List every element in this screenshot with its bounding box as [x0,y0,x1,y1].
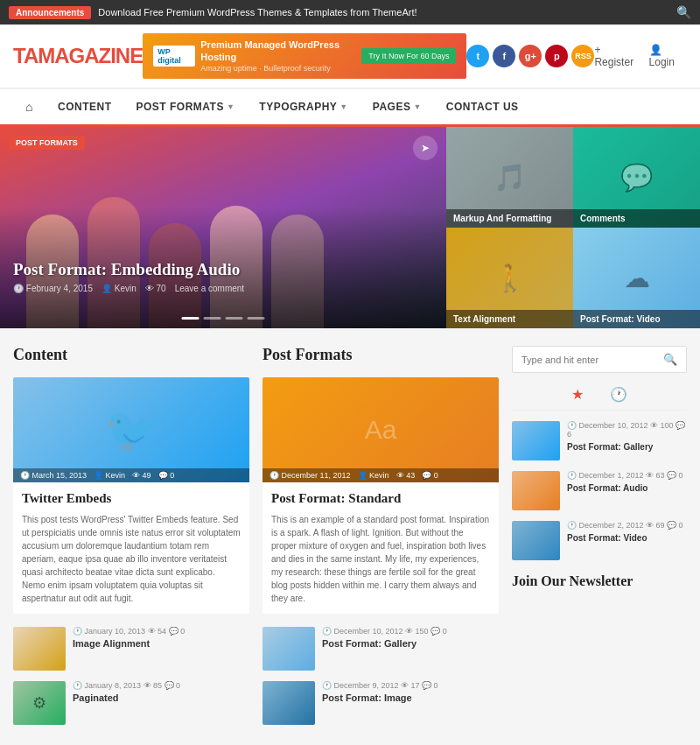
dot-1[interactable] [182,317,200,320]
featured-post-body: Post Format: Standard This is an example… [262,482,499,614]
search-button[interactable]: 🔍 [654,347,686,372]
dot-3[interactable] [226,317,243,320]
post-views: 👁 43 [396,471,416,480]
hero-title: Post Format: Embedding Audio [13,260,433,279]
sidebar-post-audio[interactable]: 🕐 December 1, 2012 👁 63 💬 0 Post Format:… [512,471,687,510]
content-section-title: Content [13,346,249,364]
small-post-title[interactable]: Paginated [73,692,249,703]
post-author: 👤 Kevin [358,471,389,480]
hero-meta: 🕐 February 4, 2015 👤 Kevin 👁 70 Leave a … [13,284,433,293]
featured-post-title[interactable]: Post Format: Standard [271,491,490,506]
thumb-markup[interactable]: 🎵 Markup And Formatting [446,127,573,228]
twitter-icon[interactable]: t [466,45,489,67]
small-post-paginated[interactable]: ⚙ 🕐 January 8, 2013 👁 85 💬 0 Paginated [13,681,249,725]
thumb-comments[interactable]: 💬 Comments [573,127,700,228]
pinterest-icon[interactable]: p [545,45,568,67]
hero-main[interactable]: POST FORMATS ➤ Post Format: Embedding Au… [0,127,446,328]
featured-post-excerpt: This post tests WordPress' Twitter Embed… [22,513,241,605]
newsletter-title: Join Our Newsletter [512,573,687,589]
chevron-down-icon: ▼ [340,102,347,111]
nav-home[interactable]: ⌂ [13,89,46,124]
site-logo[interactable]: TAMAGAZINE [13,44,143,68]
rss-icon[interactable]: RSS [571,45,594,67]
small-post-image-alignment[interactable]: 🕐 January 10, 2013 👁 54 💬 0 Image Alignm… [13,627,249,671]
announcement-bar: Announcements Download Free Premium Word… [0,0,700,25]
sidebar-post-image [512,421,560,460]
site-header: TAMAGAZINE WP digital Premium Managed Wo… [0,25,700,88]
nav-content[interactable]: CONTENT [46,90,124,123]
register-button[interactable]: + Register [594,44,638,68]
hero-date: 🕐 February 4, 2015 [13,284,93,293]
main-content: Content 🐦 🕐 March 15, 2013 👤 Kevin 👁 49 … [0,328,700,745]
sidebar-post-video[interactable]: 🕐 December 2, 2012 👁 69 💬 0 Post Format:… [512,521,687,560]
featured-post-image: Aa 🕐 December 11, 2012 👤 Kevin 👁 43 💬 0 [262,377,499,482]
small-post-info: 🕐 January 8, 2013 👁 85 💬 0 Paginated [73,681,249,703]
small-post-image[interactable]: 🕐 December 9, 2012 👁 17 💬 0 Post Format:… [262,681,499,725]
small-post-gallery[interactable]: 🕐 December 10, 2012 👁 150 💬 0 Post Forma… [262,627,499,671]
nav-pages[interactable]: PAGES ▼ [360,90,434,123]
logo-icon: ⚙ [32,693,46,713]
login-button[interactable]: 👤 Login [649,44,687,68]
person-silhouette-icon: 🚶 [494,263,526,293]
header-advertisement[interactable]: WP digital Premium Managed WordPress Hos… [143,33,466,79]
small-post-image [262,681,315,725]
sidebar-post-gallery[interactable]: 🕐 December 10, 2012 👁 100 💬 6 Post Forma… [512,421,687,460]
sidebar-post-title[interactable]: Post Format: Video [567,532,687,544]
tab-featured[interactable]: ★ [571,386,584,403]
search-input[interactable] [513,348,654,371]
post-comments: 💬 0 [422,471,438,480]
tab-recent[interactable]: 🕐 [610,386,627,403]
hero-dots [182,317,265,320]
nav-post-formats[interactable]: POST FORMATS ▼ [123,90,247,123]
small-post-image: ⚙ [13,681,66,725]
hero-views: 👁 70 [145,284,166,293]
music-icon: 🎵 [494,162,526,193]
hero-image [0,127,446,328]
featured-post-standard[interactable]: Aa 🕐 December 11, 2012 👤 Kevin 👁 43 💬 0 … [262,377,499,614]
chevron-down-icon: ▼ [413,102,421,111]
dot-4[interactable] [248,317,265,320]
sidebar-post-title[interactable]: Post Format: Audio [567,482,687,494]
post-date: 🕐 December 11, 2012 [270,471,351,480]
small-post-title[interactable]: Image Alignment [73,638,249,649]
thumb-title: Text Alignment [446,310,573,328]
sidebar-post-image [512,471,560,510]
small-post-info: 🕐 December 9, 2012 👁 17 💬 0 Post Format:… [322,681,499,703]
nav-contact[interactable]: CONTACT US [434,90,531,123]
right-sidebar: 🔍 ★ 🕐 🕐 December 10, 2012 👁 100 💬 6 Post… [512,346,687,735]
sidebar-post-title[interactable]: Post Format: Gallery [567,441,687,453]
cloud-icon: ☁ [624,263,650,293]
sidebar-post-image [512,521,560,560]
wp-logo: WP digital [153,46,195,67]
thumb-title: Markup And Formatting [446,209,573,228]
chat-icon: 💬 [620,162,653,193]
small-post-image [13,627,66,671]
thumb-title: Comments [573,209,700,228]
thumb-video[interactable]: ☁ Post Format: Video [573,228,700,328]
featured-post-twitter[interactable]: 🐦 🕐 March 15, 2013 👤 Kevin 👁 49 💬 0 Twit… [13,377,249,614]
chevron-down-icon: ▼ [227,102,234,111]
ad-title: Premium Managed WordPress Hosting Amazin… [200,39,356,74]
thumb-text-alignment[interactable]: 🚶 Text Alignment [446,228,573,328]
google-plus-icon[interactable]: g+ [519,45,542,67]
featured-post-title[interactable]: Twitter Embeds [22,491,241,506]
ad-cta-button[interactable]: Try It Now For 60 Days [361,48,456,64]
hero-comment-link[interactable]: Leave a comment [175,284,245,293]
hero-author: 👤 Kevin [102,284,136,293]
small-post-meta: 🕐 December 10, 2012 👁 150 💬 0 [322,627,499,636]
post-meta-bar: 🕐 December 11, 2012 👤 Kevin 👁 43 💬 0 [262,468,499,482]
text-format-icon: Aa [365,415,397,445]
small-post-title[interactable]: Post Format: Image [322,692,499,703]
post-comments: 💬 0 [158,471,175,480]
small-post-title[interactable]: Post Format: Gallery [322,638,499,649]
dot-2[interactable] [204,317,221,320]
nav-typography[interactable]: TYPOGRAPHY ▼ [247,90,360,123]
search-icon[interactable]: 🔍 [676,5,691,19]
small-post-image [262,627,315,671]
header-auth: + Register 👤 Login [594,44,687,68]
facebook-icon[interactable]: f [493,45,515,67]
post-author: 👤 Kevin [94,471,125,480]
sidebar-tabs: ★ 🕐 [512,386,687,411]
logo-prefix: TA [13,44,38,67]
featured-post-image: 🐦 🕐 March 15, 2013 👤 Kevin 👁 49 💬 0 [13,377,249,482]
